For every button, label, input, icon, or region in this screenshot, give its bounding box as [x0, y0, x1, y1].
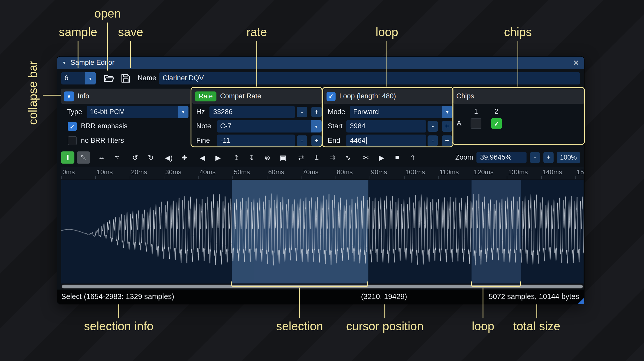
sample-selector-arrow-icon[interactable]: ▼	[85, 72, 96, 85]
collapse-bar-button[interactable]: ∧	[64, 91, 74, 101]
stop-button[interactable]: ■	[391, 151, 404, 164]
create-instrument-button[interactable]: ⇧	[406, 151, 419, 164]
normalize-button[interactable]: ✥	[178, 151, 191, 164]
hz-decrease-button[interactable]: -	[297, 107, 307, 117]
fine-decrease-button[interactable]: -	[297, 135, 307, 146]
name-label: Name	[138, 72, 156, 85]
loop-start-label: Start	[328, 120, 343, 132]
note-dropdown-arrow-icon[interactable]: ▼	[311, 120, 322, 132]
silence-button[interactable]: ⊗	[261, 151, 274, 164]
scrollbar-thumb[interactable]	[62, 285, 583, 288]
ruler-tick	[267, 176, 267, 179]
sign-invert-button[interactable]: ±	[310, 151, 323, 164]
titlebar[interactable]: ▼ Sample Editor ✕	[57, 57, 584, 69]
zoom-reset-button[interactable]: 100%	[557, 152, 580, 163]
no-brr-filters-checkbox[interactable]	[68, 136, 77, 145]
chips-header: Chips	[453, 89, 584, 104]
undo-button[interactable]: ↺	[128, 151, 142, 164]
amplify-button[interactable]: ◀)	[162, 151, 176, 164]
ruler-label: 20ms	[131, 169, 147, 176]
loop-mode-arrow-icon[interactable]: ▼	[442, 106, 452, 118]
create-instrument-icon: ⇧	[410, 153, 416, 162]
type-label: Type	[67, 106, 82, 118]
note-dropdown[interactable]: C-7 ▼	[217, 120, 322, 132]
loop-end-label: End	[328, 135, 340, 147]
loop-mode-value: Forward	[350, 106, 442, 118]
name-input[interactable]: Clarinet DQV	[159, 72, 580, 85]
chip-column-2-label: 2	[491, 107, 502, 116]
adjust-button[interactable]: ⇉	[326, 151, 339, 164]
open-folder-icon	[103, 73, 115, 84]
reverse-button[interactable]: ◀	[196, 151, 209, 164]
ruler-label: 40ms	[200, 169, 216, 176]
zoom-controls: Zoom 39.9645% - + 100%	[455, 152, 580, 163]
horizontal-scrollbar[interactable]	[61, 284, 584, 289]
loop-start-input[interactable]: 3984	[346, 120, 426, 132]
close-button[interactable]: ✕	[573, 58, 579, 67]
ruler-label: 120ms	[474, 169, 494, 176]
ruler-tick	[438, 176, 439, 179]
zoom-label: Zoom	[455, 153, 473, 162]
check-icon: ✓	[494, 120, 499, 127]
brr-emphasis-label: BRR emphasis	[81, 120, 127, 132]
open-button[interactable]	[103, 73, 115, 84]
loop-start-increase-button[interactable]: +	[442, 121, 452, 132]
zoom-in-button[interactable]: +	[543, 152, 554, 163]
loop-end-decrease-button[interactable]: -	[428, 135, 438, 146]
loop-end-increase-button[interactable]: +	[442, 135, 452, 146]
zoom-out-button[interactable]: -	[530, 152, 540, 163]
hz-label: Hz	[196, 106, 205, 118]
hz-increase-button[interactable]: +	[311, 107, 322, 117]
brr-emphasis-checkbox[interactable]: ✓	[68, 122, 77, 131]
draw-tool-button[interactable]: ✎	[77, 151, 90, 164]
loop-end-value: 4464	[350, 137, 366, 145]
resample-button[interactable]: ≈	[110, 151, 124, 164]
insert-button[interactable]: ⇄	[294, 151, 308, 164]
draw-tool-icon: ✎	[80, 153, 86, 162]
normalize-icon: ✥	[181, 153, 187, 162]
loop-end-input[interactable]: 4464	[346, 135, 426, 147]
ruler-tick	[575, 176, 576, 179]
annotation-selection-info-line	[118, 304, 119, 318]
fade-in-button[interactable]: ↥	[230, 151, 243, 164]
waveform-canvas[interactable]	[61, 180, 584, 284]
fade-out-button[interactable]: ↧	[245, 151, 258, 164]
zoom-input[interactable]: 39.9645%	[476, 152, 527, 163]
loop-mode-dropdown[interactable]: Forward ▼	[350, 106, 453, 118]
timeline-ruler[interactable]: 0ms10ms20ms30ms40ms50ms60ms70ms80ms90ms1…	[61, 167, 584, 179]
ruler-tick	[507, 176, 507, 179]
annotation-loop-label: loop	[376, 25, 398, 39]
resize-button[interactable]: ↔	[95, 151, 108, 164]
window-collapse-icon[interactable]: ▼	[62, 60, 66, 65]
fine-increase-button[interactable]: +	[311, 135, 322, 146]
forward-button[interactable]: ▶	[211, 151, 225, 164]
chip-1-checkbox[interactable]	[471, 118, 481, 129]
rate-mode-button[interactable]: Rate	[195, 91, 216, 101]
preview-button[interactable]: ▶	[375, 151, 388, 164]
desktop-background: ▼ Sample Editor ✕ 6 ▼ Name Clarinet DQV …	[0, 0, 644, 361]
chip-2-checkbox[interactable]: ✓	[491, 118, 502, 129]
ruler-tick	[198, 176, 199, 179]
hz-input[interactable]: 33286	[209, 106, 295, 118]
no-brr-filters-label: no BRR filters	[81, 135, 124, 147]
loop-start-decrease-button[interactable]: -	[428, 121, 438, 132]
annotation-selection-info-label: selection info	[84, 320, 154, 333]
loop-enable-checkbox[interactable]: ✓	[327, 92, 336, 101]
loop-header: ✓ Loop (length: 480)	[324, 89, 453, 104]
sample-selector[interactable]: 6 ▼	[61, 72, 96, 85]
ruler-label: 50ms	[234, 169, 250, 176]
amplify-icon: ◀)	[165, 153, 173, 162]
trim-button[interactable]: ▣	[276, 151, 290, 164]
type-dropdown[interactable]: 16-bit PCM ▼	[87, 106, 188, 118]
filter-button[interactable]: ∿	[341, 151, 354, 164]
filter-icon: ∿	[345, 153, 351, 162]
redo-button[interactable]: ↻	[144, 151, 157, 164]
fine-input[interactable]: -11	[217, 135, 295, 147]
annotation-chips-label: chips	[504, 25, 532, 39]
type-dropdown-arrow-icon[interactable]: ▼	[178, 106, 188, 118]
ruler-label: 0ms	[62, 169, 75, 176]
crossfade-button[interactable]: ✂	[359, 151, 373, 164]
save-button[interactable]	[120, 73, 131, 84]
select-tool-button[interactable]: I	[61, 151, 74, 164]
rate-title: Compat Rate	[220, 92, 261, 100]
